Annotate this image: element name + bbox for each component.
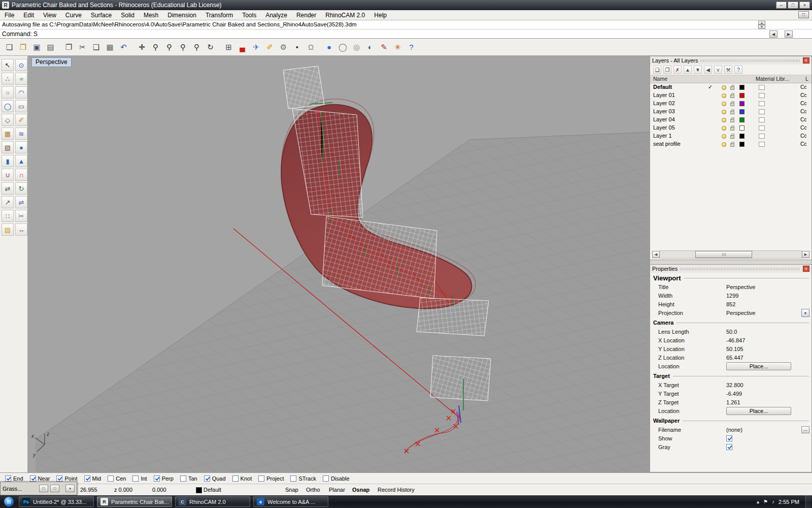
- osnap-toggle[interactable]: Int: [132, 475, 147, 482]
- layer-lock-icon[interactable]: [730, 127, 734, 131]
- paste-button[interactable]: ▦: [103, 40, 117, 54]
- hatch-tool[interactable]: ▨: [2, 224, 14, 236]
- layer-material-swatch[interactable]: [759, 117, 765, 122]
- export-button[interactable]: ❐: [62, 40, 76, 54]
- projection-dropdown-icon[interactable]: ▼: [801, 309, 809, 317]
- task-rhino[interactable]: R Parametric Chair Bak...: [97, 496, 172, 507]
- move-tool[interactable]: ⇄: [2, 182, 14, 195]
- cut-button[interactable]: ✂: [76, 40, 89, 54]
- dimension-tool[interactable]: ↔: [15, 224, 27, 236]
- grid-options-button[interactable]: ⊞: [222, 40, 235, 54]
- layer-tools-button[interactable]: ⚒: [724, 66, 732, 74]
- layer-lock-icon[interactable]: [730, 143, 734, 147]
- command-input[interactable]: Command: S: [0, 29, 812, 39]
- column-name[interactable]: Name: [653, 76, 667, 82]
- layer-color-swatch[interactable]: [739, 101, 745, 106]
- taskbar-clock[interactable]: 2:55 PM: [779, 499, 799, 505]
- delete-layer-button[interactable]: ✗: [673, 66, 682, 74]
- zoom-button[interactable]: ⚲: [149, 40, 162, 54]
- column-material[interactable]: Material Libr...: [756, 76, 789, 82]
- zoom-extents-button[interactable]: ⚲: [176, 40, 190, 54]
- layer-lock-icon[interactable]: [730, 135, 734, 139]
- menu-item[interactable]: File: [0, 10, 19, 20]
- command-next-button[interactable]: ▶: [785, 30, 793, 38]
- menu-item[interactable]: Curve: [61, 10, 86, 20]
- panel-splitter[interactable]: [650, 260, 812, 264]
- scroll-thumb[interactable]: [695, 251, 752, 258]
- layer-material-swatch[interactable]: [759, 85, 765, 90]
- menu-item[interactable]: Dimension: [163, 10, 201, 20]
- menu-item[interactable]: Transform: [201, 10, 238, 20]
- camera-place-button[interactable]: Place...: [726, 362, 791, 370]
- loft-tool[interactable]: ≋: [15, 128, 27, 140]
- layer-material-swatch[interactable]: [759, 101, 765, 106]
- wallpaper-gray-checkbox[interactable]: [726, 444, 732, 450]
- history-scroll-down-button[interactable]: ▼: [758, 25, 765, 29]
- current-layer-swatch[interactable]: [196, 487, 202, 493]
- layer-color-swatch[interactable]: [739, 142, 745, 147]
- annotate-button[interactable]: ✎: [377, 40, 391, 54]
- osnap-checkbox[interactable]: [84, 475, 90, 482]
- layer-material-swatch[interactable]: [759, 134, 765, 139]
- osnap-checkbox[interactable]: [5, 475, 11, 482]
- scale-tool[interactable]: ↗: [2, 196, 14, 208]
- menu-item[interactable]: Analyze: [261, 10, 292, 20]
- osnap-toggle-button[interactable]: Osnap: [352, 487, 369, 493]
- zoom-selected-button[interactable]: ⚲: [190, 40, 204, 54]
- pencil-tool-button[interactable]: ✐: [263, 40, 277, 54]
- help-button[interactable]: ?: [404, 40, 418, 54]
- new-sublayer-button[interactable]: ❐: [663, 66, 671, 74]
- menu-item[interactable]: Edit: [19, 10, 39, 20]
- lock-tool-button[interactable]: Ω: [304, 40, 318, 54]
- osnap-toggle[interactable]: Mid: [84, 475, 101, 482]
- osnap-checkbox[interactable]: [154, 475, 160, 482]
- layer-lock-icon[interactable]: [730, 86, 734, 90]
- layer-row[interactable]: Default ✓ Continuous: [650, 83, 811, 91]
- array-tool[interactable]: ∷: [2, 210, 14, 222]
- grasshopper-mini-window[interactable]: Grass... □ □ ×: [0, 482, 77, 495]
- properties-panel-title-bar[interactable]: Properties ×: [650, 265, 811, 273]
- print-button[interactable]: ▤: [44, 40, 57, 54]
- osnap-toggle[interactable]: Perp: [154, 475, 174, 482]
- osnap-checkbox[interactable]: [258, 475, 264, 482]
- grass-maximize-button[interactable]: □: [50, 485, 59, 492]
- ortho-toggle[interactable]: Ortho: [306, 487, 320, 493]
- record-history-toggle[interactable]: Record History: [378, 487, 415, 493]
- freeform-tool[interactable]: ✐: [15, 114, 27, 126]
- collapse-button[interactable]: ◀: [704, 66, 712, 74]
- layer-row[interactable]: seat profile ✓ Continuous: [650, 140, 811, 148]
- gear-tool-button[interactable]: ⚙: [277, 40, 290, 54]
- ellipse-tool[interactable]: ◯: [2, 100, 14, 112]
- osnap-checkbox[interactable]: [56, 475, 62, 482]
- osnap-toggle[interactable]: Disable: [323, 475, 350, 482]
- layer-row[interactable]: Layer 03 ✓ Continuous: [650, 108, 811, 116]
- layers-close-icon[interactable]: ×: [803, 57, 809, 64]
- curve-tool[interactable]: ≈: [15, 73, 27, 85]
- layer-color-swatch[interactable]: [739, 125, 745, 131]
- menu-item[interactable]: Help: [369, 10, 391, 20]
- pan-button[interactable]: ✚: [135, 40, 149, 54]
- start-button[interactable]: ⊞: [4, 496, 14, 507]
- arc-tool[interactable]: ◠: [15, 86, 27, 99]
- osnap-toggle[interactable]: Near: [30, 475, 50, 482]
- scroll-track[interactable]: [660, 250, 802, 259]
- copy-button[interactable]: ❑: [89, 40, 103, 54]
- volume-icon[interactable]: ♪: [772, 499, 774, 504]
- layer-visibility-bulb-icon[interactable]: [722, 134, 726, 139]
- osnap-checkbox[interactable]: [132, 475, 139, 482]
- mdi-restore-button[interactable]: □: [798, 11, 809, 18]
- osnap-toggle[interactable]: Tan: [180, 475, 197, 482]
- layer-visibility-bulb-icon[interactable]: [722, 110, 726, 114]
- rotate-view-button[interactable]: ↻: [204, 40, 217, 54]
- layer-lock-icon[interactable]: [730, 119, 734, 122]
- box-tool[interactable]: ▧: [2, 141, 14, 153]
- osnap-checkbox[interactable]: [30, 475, 36, 482]
- zoom-window-button[interactable]: ⚲: [162, 40, 176, 54]
- menu-item[interactable]: Tools: [238, 10, 261, 20]
- history-scroll-up-button[interactable]: ▲: [758, 21, 765, 25]
- osnap-toggle[interactable]: Cen: [108, 475, 126, 482]
- layers-panel-title-bar[interactable]: Layers - All Layers ×: [650, 56, 811, 65]
- maximize-button[interactable]: □: [788, 2, 798, 9]
- osnap-checkbox[interactable]: [204, 475, 210, 482]
- osnap-toggle[interactable]: Project: [258, 475, 284, 482]
